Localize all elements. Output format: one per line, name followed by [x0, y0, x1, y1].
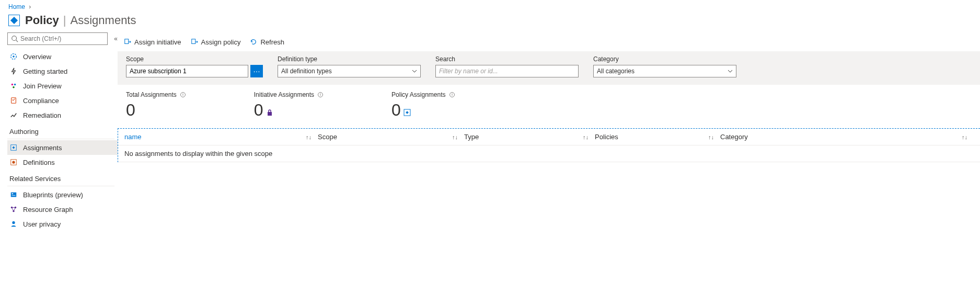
sidebar-search-input[interactable] [20, 35, 107, 42]
sidebar-item-label: Definitions [23, 159, 55, 166]
svg-rect-9 [13, 147, 15, 149]
svg-rect-7 [11, 98, 16, 104]
svg-rect-13 [12, 193, 14, 194]
stat-initiative: Initiative Assignments i 0 [254, 91, 324, 120]
stat-value: 0 [126, 100, 186, 120]
stat-total: Total Assignments i 0 [126, 91, 186, 120]
column-policies[interactable]: Policies ↑↓ [595, 133, 720, 141]
svg-rect-25 [268, 112, 272, 116]
sidebar-item-user-privacy[interactable]: User privacy [7, 217, 118, 231]
sidebar-item-label: Join Preview [23, 82, 62, 90]
svg-text:i: i [452, 93, 453, 96]
policy-icon [8, 15, 20, 26]
breadcrumb-home-link[interactable]: Home [8, 3, 25, 10]
chevron-right-icon: › [29, 3, 31, 10]
resource-graph-icon [9, 205, 18, 213]
dropdown-value: All definition types [281, 68, 412, 75]
title-separator: | [63, 14, 66, 27]
category-dropdown[interactable]: All categories [593, 65, 736, 77]
empty-state: No assignments to display within the giv… [118, 145, 980, 162]
sidebar-item-overview[interactable]: Overview [7, 49, 118, 64]
scope-picker-button[interactable]: … [250, 65, 263, 77]
category-label: Category [593, 55, 736, 63]
definition-type-label: Definition type [278, 55, 421, 63]
sidebar-item-label: Resource Graph [23, 206, 73, 213]
sidebar-item-resource-graph[interactable]: Resource Graph [7, 202, 118, 217]
assign-icon [124, 38, 131, 46]
sort-icon: ↑↓ [306, 134, 312, 140]
sidebar-item-join-preview[interactable]: Join Preview [7, 78, 118, 93]
assign-initiative-button[interactable]: Assign initiative [124, 38, 181, 46]
sidebar-item-label: Blueprints (preview) [23, 191, 83, 199]
svg-rect-12 [11, 193, 17, 197]
info-icon[interactable]: i [317, 92, 324, 98]
svg-line-1 [16, 40, 18, 42]
refresh-button[interactable]: Refresh [250, 38, 284, 46]
filter-bar: Scope … Definition type All definition t… [118, 51, 980, 85]
button-label: Refresh [260, 38, 284, 46]
svg-rect-19 [125, 39, 129, 44]
svg-point-5 [14, 84, 16, 86]
svg-point-0 [12, 36, 17, 41]
stat-label: Policy Assignments i [391, 91, 455, 98]
policy-small-icon [403, 108, 411, 117]
svg-point-11 [12, 161, 15, 163]
svg-point-3 [13, 55, 15, 58]
refresh-icon [250, 38, 257, 46]
button-label: Assign initiative [134, 38, 181, 46]
breadcrumb: Home › [0, 0, 980, 12]
search-label: Search [435, 55, 579, 63]
scope-input[interactable] [126, 65, 248, 77]
svg-point-6 [13, 86, 15, 88]
page-title: Policy [25, 14, 59, 27]
sidebar-item-compliance[interactable]: Compliance [7, 93, 118, 108]
compliance-icon [9, 96, 18, 105]
sidebar-item-blueprints[interactable]: Blueprints (preview) [7, 187, 118, 202]
search-filter-input[interactable] [435, 65, 579, 77]
assignments-icon [9, 143, 18, 152]
stats-bar: Total Assignments i 0 Initiative Assignm… [118, 85, 980, 128]
initiative-icon [266, 108, 274, 117]
chevron-down-icon [412, 69, 417, 74]
svg-rect-29 [406, 111, 409, 114]
dropdown-value: All categories [597, 68, 728, 75]
sidebar-item-getting-started[interactable]: Getting started [7, 64, 118, 78]
info-icon[interactable]: i [180, 92, 186, 98]
column-type[interactable]: Type ↑↓ [464, 133, 595, 141]
info-icon[interactable]: i [449, 92, 455, 98]
sidebar-item-assignments[interactable]: Assignments [7, 140, 118, 155]
toolbar: Assign initiative Assign policy Refresh [118, 32, 980, 51]
sidebar-section-authoring: Authoring [7, 122, 114, 139]
collapse-sidebar-button[interactable]: « [114, 35, 118, 42]
sidebar-search[interactable] [7, 32, 108, 45]
column-scope[interactable]: Scope ↑↓ [318, 133, 464, 141]
assign-icon [191, 38, 198, 46]
sort-icon: ↑↓ [962, 134, 967, 140]
chevron-down-icon [728, 69, 733, 74]
sidebar-item-label: Assignments [23, 144, 62, 152]
stat-label: Total Assignments i [126, 91, 186, 98]
sidebar-item-label: Getting started [23, 68, 67, 75]
preview-icon [9, 82, 18, 90]
svg-rect-14 [12, 195, 16, 196]
lightning-icon [9, 67, 18, 75]
column-category[interactable]: Category ↑↓ [720, 133, 974, 141]
stat-policy: Policy Assignments i 0 [391, 91, 455, 120]
sidebar-item-label: Overview [23, 53, 51, 61]
definition-type-dropdown[interactable]: All definition types [278, 65, 421, 77]
sort-icon: ↑↓ [583, 134, 589, 140]
overview-icon [9, 52, 18, 61]
sidebar-item-remediation[interactable]: Remediation [7, 108, 118, 122]
button-label: Assign policy [201, 38, 241, 46]
sidebar: « Overview Getting started Join Preview … [0, 32, 118, 231]
sort-icon: ↑↓ [452, 134, 458, 140]
sort-icon: ↑↓ [708, 134, 714, 140]
stat-value: 0 [391, 100, 455, 120]
column-name[interactable]: name ↑↓ [124, 133, 318, 141]
assign-policy-button[interactable]: Assign policy [191, 38, 241, 46]
svg-text:i: i [320, 93, 321, 96]
svg-point-18 [12, 221, 15, 224]
sidebar-item-label: User privacy [23, 220, 61, 228]
sidebar-item-definitions[interactable]: Definitions [7, 155, 118, 170]
definitions-icon [9, 158, 18, 166]
